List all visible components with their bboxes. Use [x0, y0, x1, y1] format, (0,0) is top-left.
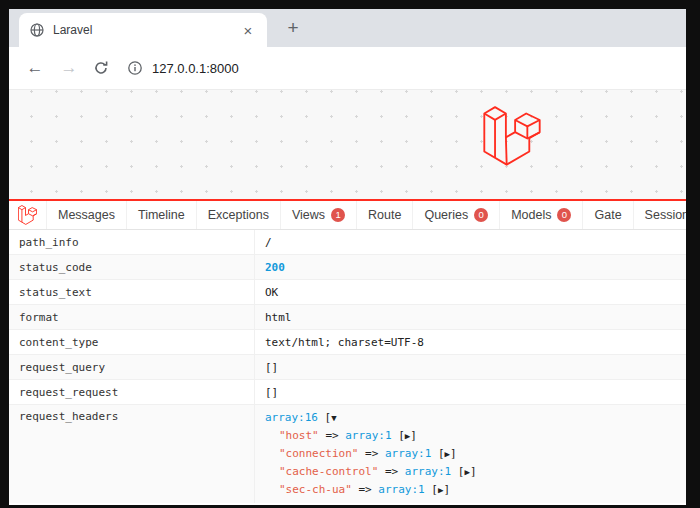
dump-key: "connection"	[279, 447, 358, 460]
screen-frame: Laravel × + ← →	[0, 0, 700, 508]
tab-route[interactable]: Route	[357, 201, 413, 229]
dump-bracket: ]	[443, 483, 450, 496]
tab-label: Messages	[58, 208, 115, 222]
dump-bracket: [	[398, 429, 405, 442]
tab-close-icon[interactable]: ×	[239, 22, 257, 39]
debugbar-home-tab[interactable]	[9, 201, 47, 229]
info-icon[interactable]	[127, 60, 143, 76]
browser-window: Laravel × + ← →	[9, 9, 686, 505]
expand-toggle[interactable]: [▶]	[438, 447, 457, 460]
row-key: status_code	[9, 255, 255, 279]
table-row: content_type text/html; charset=UTF-8	[9, 330, 686, 355]
row-value: 200	[255, 261, 285, 274]
globe-icon	[29, 22, 45, 38]
dump-bracket: [	[431, 483, 438, 496]
row-key: status_text	[9, 280, 255, 304]
page-content	[9, 90, 686, 199]
dump-entry: "sec-ch-ua" => array:1 [▶]	[265, 481, 477, 499]
tab-exceptions[interactable]: Exceptions	[197, 201, 281, 229]
forward-button[interactable]: →	[59, 58, 79, 78]
row-value: []	[255, 361, 278, 374]
laravel-logo	[483, 106, 541, 166]
dump-type: array:1	[378, 483, 424, 496]
dump-type: array:16	[265, 411, 318, 424]
dump-type: array:1	[345, 429, 391, 442]
dump-arrow: =>	[365, 447, 378, 460]
browser-tab-bar: Laravel × +	[9, 9, 686, 47]
dump-type: array:1	[385, 447, 431, 460]
new-tab-button[interactable]: +	[281, 17, 305, 41]
row-key: path_info	[9, 230, 255, 254]
tab-title: Laravel	[53, 23, 239, 37]
tab-label: Route	[368, 208, 401, 222]
tab-label: Views	[292, 208, 325, 222]
row-value: []	[255, 386, 278, 399]
address-bar[interactable]: 127.0.0.1:8000	[127, 60, 239, 76]
dump-arrow: =>	[325, 429, 338, 442]
tab-timeline[interactable]: Timeline	[127, 201, 197, 229]
dump-bracket: ]	[470, 465, 477, 478]
expand-toggle[interactable]: [▶]	[398, 429, 417, 442]
dump-bracket: [	[438, 447, 445, 460]
table-row: status_code 200	[9, 255, 686, 280]
browser-tab[interactable]: Laravel ×	[19, 13, 267, 47]
table-row: format html	[9, 305, 686, 330]
back-button[interactable]: ←	[25, 58, 45, 78]
collapse-toggle-icon[interactable]: ▼	[331, 413, 336, 423]
tab-gate[interactable]: Gate	[583, 201, 633, 229]
browser-toolbar: ← → 127.0.0.1:8000	[9, 47, 686, 90]
dump-entry: "host" => array:1 [▶]	[265, 427, 477, 445]
table-row-request-headers: request_headers array:16 [▼ "host" => ar…	[9, 405, 686, 503]
row-value: text/html; charset=UTF-8	[255, 336, 424, 349]
dump-arrow: =>	[358, 483, 371, 496]
dump-bracket: ]	[410, 429, 417, 442]
tab-label: Gate	[594, 208, 621, 222]
table-row: request_query []	[9, 355, 686, 380]
tab-queries[interactable]: Queries0	[413, 201, 500, 229]
tab-views[interactable]: Views1	[281, 201, 357, 229]
row-key: request_headers	[9, 405, 255, 503]
models-count-badge: 0	[557, 208, 571, 222]
queries-count-badge: 0	[474, 208, 488, 222]
dump-root-line: array:16 [▼	[265, 409, 477, 427]
dump-arrow: =>	[385, 465, 398, 478]
tab-label: Exceptions	[208, 208, 269, 222]
reload-button[interactable]	[93, 60, 109, 76]
dump-type: array:1	[405, 465, 451, 478]
row-key: format	[9, 305, 255, 329]
debugbar-tabs: Messages Timeline Exceptions Views1 Rout…	[9, 201, 686, 230]
row-key: content_type	[9, 330, 255, 354]
tab-messages[interactable]: Messages	[47, 201, 127, 229]
views-count-badge: 1	[331, 208, 345, 222]
request-panel: path_info / status_code 200 status_text …	[9, 230, 686, 505]
row-key: request_query	[9, 355, 255, 379]
tab-models[interactable]: Models0	[500, 201, 583, 229]
row-value: html	[255, 311, 292, 324]
table-row: status_text OK	[9, 280, 686, 305]
row-key: request_request	[9, 380, 255, 404]
tab-label: Timeline	[138, 208, 185, 222]
expand-toggle[interactable]: [▶]	[458, 465, 477, 478]
dump-bracket: ]	[450, 447, 457, 460]
row-value: /	[255, 236, 272, 249]
expand-toggle[interactable]: [▶]	[431, 483, 450, 496]
table-row: path_info /	[9, 230, 686, 255]
dump-key: "cache-control"	[279, 465, 378, 478]
dump-entry: "cache-control" => array:1 [▶]	[265, 463, 477, 481]
dump-key: "host"	[279, 429, 319, 442]
tab-label: Models	[511, 208, 551, 222]
url-text[interactable]: 127.0.0.1:8000	[152, 61, 239, 76]
tab-label: Session	[645, 208, 686, 222]
tab-label: Queries	[424, 208, 468, 222]
headers-dump-tree: array:16 [▼ "host" => array:1 [▶] "conne…	[255, 405, 477, 503]
tab-session[interactable]: Session	[634, 201, 686, 229]
row-value: OK	[255, 286, 278, 299]
dump-entry: "connection" => array:1 [▶]	[265, 445, 477, 463]
laravel-debugbar: Messages Timeline Exceptions Views1 Rout…	[9, 199, 686, 505]
table-row: request_request []	[9, 380, 686, 405]
dump-key: "sec-ch-ua"	[279, 483, 352, 496]
laravel-icon	[18, 205, 37, 225]
